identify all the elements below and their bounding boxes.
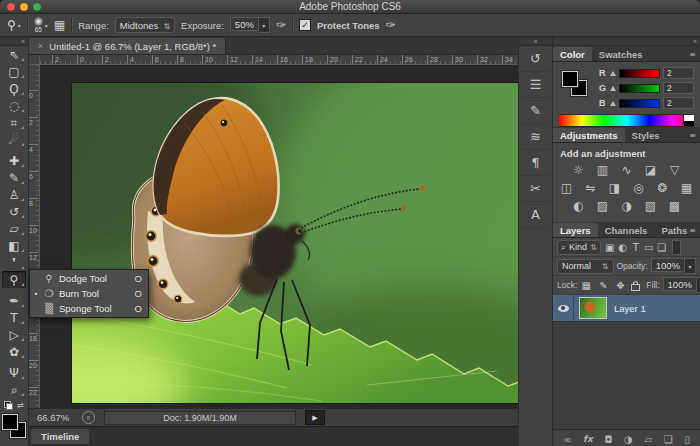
history-panel-icon[interactable]: ↺ (522, 46, 549, 72)
filter-adjustment-layers-icon[interactable]: ◐ (617, 242, 629, 253)
channel-mixer-icon[interactable]: ❂ (656, 182, 670, 195)
color-balance-icon[interactable]: ⇋ (584, 182, 598, 195)
flyout-item-burn-tool[interactable]: ▪❍Burn ToolO (30, 286, 148, 301)
timeline-tab[interactable]: Timeline (31, 429, 89, 444)
vertical-ruler[interactable]: 0246810121416182022 (29, 65, 40, 408)
curves-icon[interactable]: ∿ (620, 164, 634, 177)
channel-slider[interactable] (619, 69, 660, 78)
exposure-dropdown[interactable]: 50% (230, 17, 270, 33)
gradient-map-icon[interactable]: ▩ (668, 200, 682, 213)
slider-knob[interactable] (610, 101, 616, 106)
tab-swatches[interactable]: Swatches (592, 47, 650, 61)
selective-color-icon[interactable]: ▧ (644, 200, 658, 213)
lock-all-icon[interactable] (631, 284, 640, 291)
channel-value-field[interactable]: 2 (663, 97, 694, 109)
slider-knob[interactable] (610, 86, 616, 91)
document-size-field[interactable]: Doc: 1.90M/1.90M (104, 411, 296, 425)
tab-layers[interactable]: Layers (553, 223, 598, 237)
panel-menu-icon[interactable]: ≡ (689, 131, 696, 140)
tool-crop[interactable]: ⌗ (2, 114, 26, 131)
tab-color[interactable]: Color (553, 47, 592, 61)
tool-path-selection[interactable]: ▷ (2, 326, 26, 343)
brush-preset-picker[interactable]: 65 ▾ (34, 17, 48, 34)
minimize-window-button[interactable] (20, 3, 28, 11)
panel-menu-icon[interactable]: ≡ (689, 226, 696, 235)
fill-dropdown[interactable]: 100% (663, 277, 700, 293)
flyout-item-dodge-tool[interactable]: ⚲Dodge ToolO (30, 271, 148, 286)
zoom-level-field[interactable]: 66.67% (37, 412, 73, 423)
airbrush-icon[interactable]: ✑ (276, 18, 286, 32)
lock-transparent-pixels-icon[interactable]: ▦ (580, 280, 592, 291)
filter-toggle-switch[interactable] (672, 240, 681, 255)
filter-type-layers-icon[interactable]: T (630, 242, 642, 253)
channel-value-field[interactable]: 2 (663, 82, 694, 94)
close-tab-icon[interactable]: × (38, 41, 43, 51)
tool-move[interactable]: ⇖ (2, 46, 26, 63)
panel-menu-icon[interactable]: ≡ (689, 50, 696, 59)
tool-hand[interactable]: Ψ (2, 364, 26, 381)
layer-thumbnail[interactable] (579, 297, 607, 319)
panels-collapse-button[interactable]: » (553, 37, 700, 46)
status-menu-button[interactable]: ▶ (305, 410, 325, 425)
tool-rectangular-marquee[interactable]: ▢ (2, 63, 26, 80)
filter-smart-objects-icon[interactable]: ❏ (656, 242, 668, 253)
tool-eyedropper[interactable]: ☄ (2, 131, 26, 148)
tool-brush[interactable]: ✎ (2, 169, 26, 186)
channel-value-field[interactable]: 2 (663, 67, 694, 79)
toggle-brush-panel-button[interactable]: ▦ (54, 18, 65, 32)
invert-icon[interactable]: ◐ (572, 200, 586, 213)
swap-colors-icon[interactable]: ⇄ (17, 401, 24, 410)
brush-panel-icon[interactable]: ✎ (522, 98, 549, 124)
tool-type[interactable]: T (2, 309, 26, 326)
paragraph-panel-icon[interactable]: ¶ (522, 150, 549, 176)
channel-slider[interactable] (619, 99, 660, 108)
tool-zoom[interactable]: ⌕ (2, 381, 26, 398)
new-group-icon[interactable]: ▱ (644, 434, 652, 445)
tool-eraser[interactable]: ▱ (2, 220, 26, 237)
lock-image-pixels-icon[interactable]: ✎ (597, 280, 609, 291)
filter-shape-layers-icon[interactable]: ▭ (643, 242, 655, 253)
horizontal-ruler[interactable]: 20246810121416182022242628303234 (40, 55, 518, 65)
tool-gradient[interactable]: ◧ (2, 237, 26, 254)
document-tab[interactable]: × Untitled-1 @ 66.7% (Layer 1, RGB/8*) * (29, 38, 226, 54)
tab-channels[interactable]: Channels (598, 223, 655, 237)
layer-row[interactable]: Layer 1 (553, 295, 700, 322)
close-window-button[interactable] (7, 3, 15, 11)
black-white-icon[interactable]: ◨ (608, 182, 622, 195)
posterize-icon[interactable]: ▨ (596, 200, 610, 213)
foreground-color-swatch[interactable] (562, 71, 578, 87)
levels-icon[interactable]: ▥ (596, 164, 610, 177)
layer-style-icon[interactable]: fx (583, 434, 593, 444)
range-select[interactable]: Midtones (115, 17, 175, 33)
filter-pixel-layers-icon[interactable]: ▣ (604, 242, 616, 253)
airbrush-pressure-icon[interactable]: ✑ (386, 18, 396, 32)
butterfly-image[interactable] (72, 83, 518, 403)
tool-dodge[interactable]: ⚲ (2, 271, 26, 288)
opacity-dropdown[interactable]: 100% (651, 258, 696, 274)
threshold-icon[interactable]: ◑ (620, 200, 634, 213)
tool-custom-shape[interactable]: ✿ (2, 343, 26, 360)
lock-position-icon[interactable]: ✥ (614, 280, 626, 291)
tool-healing-brush[interactable]: ✚ (2, 152, 26, 169)
tool-presets-panel-icon[interactable]: ✂ (522, 176, 549, 202)
zoom-window-button[interactable] (33, 3, 41, 11)
link-layers-icon[interactable]: ∞ (563, 434, 571, 445)
tool-clone-stamp[interactable]: ♙ (2, 186, 26, 203)
delete-layer-icon[interactable]: ▯ (684, 434, 690, 445)
tool-blur[interactable]: ❜ (2, 254, 26, 271)
tools-collapse-button[interactable]: » (0, 37, 28, 46)
foreground-color-swatch[interactable] (2, 414, 18, 430)
ruler-origin[interactable] (29, 55, 40, 65)
new-layer-icon[interactable]: ❏ (664, 434, 673, 445)
blend-mode-select[interactable]: Normal (557, 259, 614, 274)
vibrance-icon[interactable]: ▽ (668, 164, 682, 177)
canvas[interactable] (40, 65, 518, 408)
slider-knob[interactable] (610, 71, 616, 76)
tab-paths[interactable]: Paths (654, 223, 694, 237)
hue-saturation-icon[interactable]: ◫ (560, 182, 574, 195)
tool-quick-selection[interactable]: ◌ (2, 97, 26, 114)
visibility-toggle[interactable] (553, 295, 574, 321)
color-spectrum-ramp[interactable] (559, 114, 694, 127)
filter-kind-select[interactable]: ⌕ Kind (557, 240, 601, 255)
dock-expand-button[interactable]: « (519, 37, 552, 46)
